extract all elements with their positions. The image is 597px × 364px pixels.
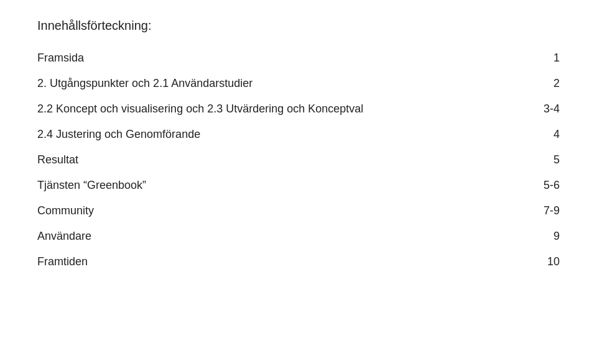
toc-title: Innehållsförteckning:: [37, 19, 560, 33]
toc-item-label: Tjänsten “Greenbook”: [37, 179, 146, 192]
toc-item: 2.4 Justering och Genomförande4: [37, 122, 560, 147]
toc-item: Community7-9: [37, 198, 560, 224]
toc-item-label: Resultat: [37, 153, 78, 166]
toc-item-label: 2. Utgångspunkter och 2.1 Användarstudie…: [37, 77, 252, 90]
toc-item-label: Framsida: [37, 52, 84, 65]
toc-item: Framtiden10: [37, 249, 560, 275]
toc-item-label: 2.4 Justering och Genomförande: [37, 128, 200, 141]
toc-item-label: Framtiden: [37, 255, 88, 268]
toc-item-label: Community: [37, 204, 94, 217]
toc-container: Innehållsförteckning: Framsida12. Utgång…: [37, 19, 560, 275]
toc-item-page: 10: [535, 255, 560, 268]
toc-item-page: 3-4: [535, 102, 560, 116]
toc-item-page: 7-9: [535, 204, 560, 217]
toc-item: 2. Utgångspunkter och 2.1 Användarstudie…: [37, 71, 560, 96]
toc-item: Resultat5: [37, 147, 560, 173]
toc-item-page: 5-6: [535, 179, 560, 192]
toc-item-page: 9: [535, 230, 560, 243]
toc-item: Framsida1: [37, 45, 560, 71]
toc-item: Tjänsten “Greenbook”5-6: [37, 173, 560, 198]
toc-item: Användare9: [37, 224, 560, 249]
toc-item-page: 4: [535, 128, 560, 141]
toc-item: 2.2 Koncept och visualisering och 2.3 Ut…: [37, 96, 560, 122]
toc-item-page: 2: [535, 77, 560, 90]
toc-item-page: 5: [535, 153, 560, 166]
toc-item-label: Användare: [37, 230, 91, 243]
toc-item-page: 1: [535, 52, 560, 65]
toc-item-label: 2.2 Koncept och visualisering och 2.3 Ut…: [37, 102, 363, 116]
